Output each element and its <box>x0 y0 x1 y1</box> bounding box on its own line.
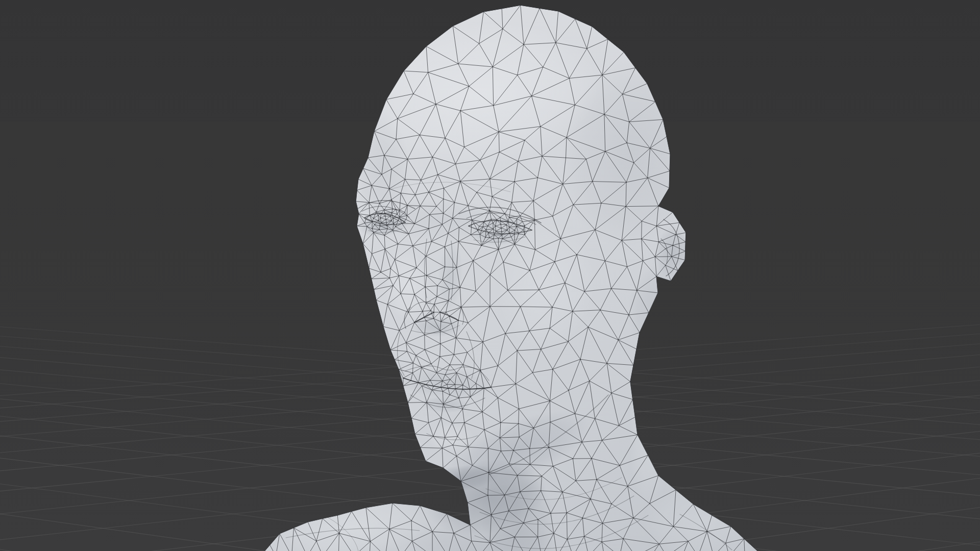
scene-canvas <box>0 0 980 551</box>
viewport-3d[interactable] <box>0 0 980 551</box>
